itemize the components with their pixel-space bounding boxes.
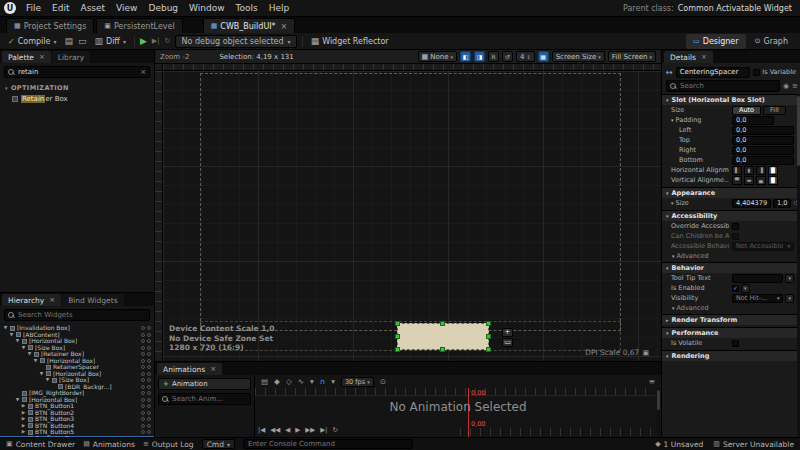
timeline-ruler[interactable]: [255, 388, 655, 396]
expand-arrow-icon[interactable]: ▼: [3, 325, 8, 332]
animation-search[interactable]: [158, 393, 251, 405]
widget-reflector-button[interactable]: ▦ Widget Reflector: [308, 34, 392, 49]
save-icon[interactable]: ▤: [64, 36, 73, 46]
tab-bind-widgets[interactable]: Bind Widgets: [62, 294, 123, 306]
debug-object-dropdown[interactable]: No debug object selected ▾: [175, 35, 296, 48]
fill-screen-dropdown[interactable]: Fill Screen ▾: [608, 51, 656, 62]
keyframe-outline-icon[interactable]: ◇: [286, 377, 292, 386]
valign-bottom-button[interactable]: ▄: [756, 176, 766, 185]
halign-fill-button[interactable]: █: [768, 166, 778, 175]
resize-handle[interactable]: [395, 321, 400, 326]
play-icon[interactable]: ▶: [140, 36, 147, 46]
preview-background-toggle-icon[interactable]: ▦: [538, 51, 549, 62]
loop-icon[interactable]: ↻: [332, 426, 337, 434]
snap-caret-icon[interactable]: ▾: [331, 377, 335, 386]
section-rendering[interactable]: ▾ Rendering: [662, 350, 797, 361]
lock-icon[interactable]: [147, 424, 151, 428]
section-appearance[interactable]: ▾ Appearance: [662, 187, 797, 198]
palette-search[interactable]: ×: [4, 66, 150, 78]
tab-library[interactable]: Library: [52, 51, 90, 63]
settings-menu-icon[interactable]: ≡: [792, 82, 798, 90]
jump-end-icon[interactable]: ▶|: [320, 426, 327, 434]
visibility-icon[interactable]: [141, 385, 145, 389]
widget-name-field[interactable]: CenteringSpacer: [676, 67, 751, 78]
lock-icon[interactable]: [147, 385, 151, 389]
valign-top-button[interactable]: ▀: [732, 176, 742, 185]
timeline-range-ruler[interactable]: [460, 428, 655, 436]
visibility-icon[interactable]: [141, 398, 145, 402]
palette-item-retainer-box[interactable]: Retainer Box: [0, 94, 154, 104]
section-performance[interactable]: ▾ Performance: [662, 327, 797, 338]
options-caret-icon[interactable]: ▾: [310, 377, 314, 386]
tab-project-settings[interactable]: ▦ Project Settings: [6, 18, 94, 33]
is-enabled-checkbox[interactable]: ✓: [732, 285, 739, 292]
chevron-down-icon[interactable]: ▾: [53, 38, 56, 45]
lock-icon[interactable]: [147, 411, 151, 415]
timeline-scrollbar[interactable]: [657, 388, 660, 436]
hierarchy-search[interactable]: [4, 309, 150, 321]
visibility-icon[interactable]: [141, 333, 145, 337]
resize-handle[interactable]: [395, 334, 400, 339]
details-search[interactable]: [666, 80, 780, 92]
visibility-icon[interactable]: [141, 352, 145, 356]
output-log-button[interactable]: ≡ Output Log: [143, 440, 194, 449]
diff-button[interactable]: ▥ Diff ▾: [91, 34, 128, 49]
size-auto-button[interactable]: Auto: [732, 106, 761, 115]
expand-arrow-icon[interactable]: ▼: [9, 332, 14, 339]
unsaved-changes-button[interactable]: ◆ 1 Unsaved: [655, 440, 703, 449]
menu-file[interactable]: File: [21, 0, 46, 17]
padding-bottom-input[interactable]: 0,0: [732, 156, 794, 165]
halign-left-button[interactable]: ▌: [732, 166, 742, 175]
visibility-dropdown[interactable]: Not Hit-... ▾: [732, 294, 783, 303]
lock-icon[interactable]: [147, 359, 151, 363]
hierarchy-search-input[interactable]: [18, 311, 146, 319]
padding-right-input[interactable]: 0,0: [732, 146, 794, 155]
override-accessibility-checkbox[interactable]: [732, 223, 739, 230]
step-icon[interactable]: ▶|: [152, 37, 160, 45]
lock-icon[interactable]: [147, 365, 151, 369]
lock-left-toggle-icon[interactable]: ◧: [460, 51, 471, 62]
grid-snap-size-stepper[interactable]: 4 ↕: [516, 51, 535, 62]
expand-arrow-icon[interactable]: ▼: [45, 377, 50, 384]
menu-help[interactable]: Help: [264, 0, 295, 17]
expand-arrow-icon[interactable]: ▼: [15, 397, 20, 404]
lock-right-toggle-icon[interactable]: ◨: [474, 51, 485, 62]
section-render-transform[interactable]: ▸ Render Transform: [662, 314, 797, 325]
close-icon[interactable]: ×: [39, 53, 45, 61]
menu-edit[interactable]: Edit: [47, 0, 74, 17]
visibility-icon[interactable]: [141, 378, 145, 382]
range-icon[interactable]: ⊙: [380, 377, 386, 386]
tab-animations[interactable]: Animations ×: [157, 363, 222, 375]
save-icon[interactable]: ▤: [261, 377, 268, 386]
tab-cwb-buildui[interactable]: ▦ CWB_BuildUI* ×: [203, 18, 296, 33]
tab-palette[interactable]: Palette ×: [2, 51, 51, 63]
visibility-icon[interactable]: [141, 411, 145, 415]
reset-view-icon[interactable]: ↺: [502, 51, 513, 62]
add-animation-button[interactable]: + Animation: [158, 378, 251, 390]
section-accessibility[interactable]: ▾ Accessibility: [662, 210, 797, 221]
filter-menu-icon[interactable]: ≡: [649, 377, 655, 386]
design-canvas[interactable]: + ▭ Device Content Scale 1,0 No Device S…: [163, 71, 661, 361]
visibility-icon[interactable]: [141, 424, 145, 428]
designer-mode-button[interactable]: ▭ Designer: [686, 34, 745, 49]
animations-drawer-button[interactable]: ▤ Animations: [83, 440, 135, 449]
bind-dropdown[interactable]: ▾: [785, 274, 794, 283]
cmd-dropdown[interactable]: Cmd ▾: [202, 439, 235, 449]
dpi-settings-icon[interactable]: ▣: [642, 349, 649, 357]
chevron-down-icon[interactable]: ▾: [671, 117, 674, 123]
lock-icon[interactable]: [147, 430, 151, 434]
close-icon[interactable]: ×: [281, 22, 288, 31]
close-icon[interactable]: ×: [49, 296, 55, 304]
fast-forward-icon[interactable]: ▶▶: [305, 426, 315, 434]
eye-filter-icon[interactable]: ◉: [783, 82, 789, 90]
tab-details[interactable]: Details ×: [664, 51, 713, 63]
expand-arrow-icon[interactable]: ▼: [33, 358, 38, 365]
tooltip-text-input[interactable]: [732, 274, 783, 283]
lock-icon[interactable]: [147, 391, 151, 395]
lock-icon[interactable]: [147, 404, 151, 408]
close-icon[interactable]: ×: [701, 53, 707, 61]
lock-icon[interactable]: [147, 417, 151, 421]
close-icon[interactable]: ×: [210, 365, 216, 373]
visibility-icon[interactable]: [141, 359, 145, 363]
valign-fill-button[interactable]: █: [768, 176, 778, 185]
